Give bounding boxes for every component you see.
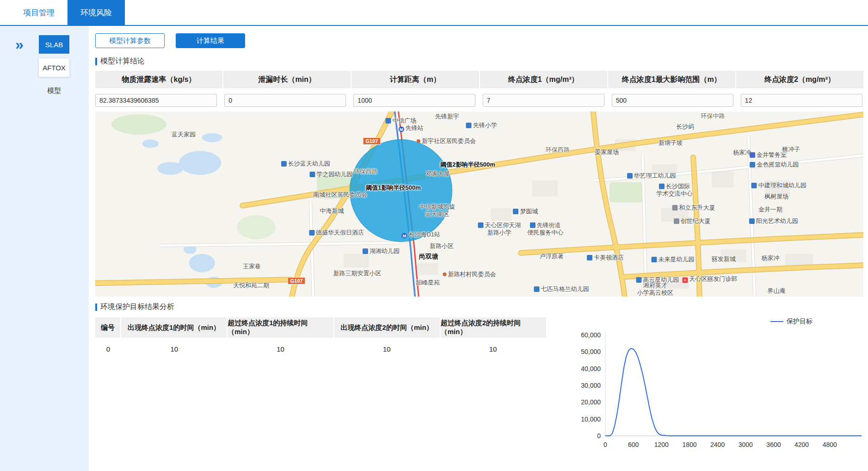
legend-line-icon: [770, 321, 783, 322]
conclusion-cell: [741, 94, 863, 107]
conclusion-table-header: 物质泄露速率（kg/s）泄漏时长（min）计算距离（m）终点浓度1（mg/m³）…: [95, 71, 863, 88]
analysis-section-title-text: 环境保护目标结果分析: [100, 302, 174, 312]
impact-radius-label: 阈值1影响半径500m: [366, 184, 420, 192]
x-tick-label: 3000: [739, 441, 753, 448]
x-tick-label: 1800: [682, 441, 696, 448]
conclusion-column-header: 泄漏时长（min）: [223, 71, 351, 88]
conclusion-input[interactable]: [741, 94, 862, 107]
x-tick-label: 2400: [710, 441, 725, 448]
analysis-table-header: 编号出现终点浓度1的时间（min）超过终点浓度1的持续时间（min）出现终点浓度…: [95, 317, 546, 338]
app-window: 项目管理环境风险 » SLABAFTOX模型 模型计算参数 计算结果 模型计算结…: [0, 0, 868, 471]
conclusion-input[interactable]: [95, 94, 217, 107]
analysis-table-row: 010101010: [95, 338, 546, 353]
conclusion-input[interactable]: [612, 94, 733, 107]
collapse-sidebar-button[interactable]: »: [0, 35, 39, 471]
y-tick-label: 0: [597, 432, 601, 440]
analysis-table: 编号出现终点浓度1的时间（min）超过终点浓度1的持续时间（min）出现终点浓度…: [95, 317, 546, 453]
y-tick-label: 30,000: [581, 382, 601, 389]
analysis-cell: 0: [95, 345, 121, 353]
map[interactable]: 蓝天家园中信广场M先锋站先锋新宇先锋小学新宇社区居民委员会环保西路长沙蓝天幼儿园…: [95, 112, 863, 297]
conclusion-section-title: 模型计算结论: [95, 56, 863, 66]
legend-label: 保护目标: [787, 317, 813, 326]
bottom-section: 编号出现终点浓度1的时间（min）超过终点浓度1的持续时间（min）出现终点浓度…: [95, 317, 863, 453]
sidebar-item-aftox[interactable]: AFTOX: [39, 58, 69, 77]
y-tick-label: 50,000: [581, 348, 601, 355]
sidebar-item-model[interactable]: 模型: [39, 81, 69, 100]
map-base-layer: [95, 112, 863, 297]
analysis-column-header: 出现终点浓度2的时间（min）: [334, 317, 441, 338]
conclusion-values-row: [95, 94, 863, 107]
x-tick-label: 4800: [823, 441, 837, 448]
road-badge: G107: [288, 277, 306, 285]
chart-panel: 保护目标 010,00020,00030,00040,00050,00060,0…: [546, 317, 863, 453]
road-badge: G107: [363, 137, 381, 145]
analysis-column-header: 超过终点浓度2的持续时间（min）: [441, 317, 546, 338]
analysis-column-header: 超过终点浓度1的持续时间（min）: [228, 317, 334, 338]
chart-svg: 010,00020,00030,00040,00050,00060,000060…: [559, 328, 863, 453]
conclusion-column-header: 终点浓度2（mg/m³）: [736, 71, 863, 88]
x-tick-label: 600: [628, 441, 639, 448]
conclusion-input[interactable]: [224, 94, 346, 107]
sidebar-nav: SLABAFTOX模型: [39, 35, 69, 471]
analysis-column-header: 编号: [95, 317, 121, 338]
calc-result-button[interactable]: 计算结果: [176, 33, 245, 48]
analysis-cell: 10: [440, 345, 546, 353]
chart-legend: 保护目标: [559, 317, 813, 326]
x-tick-label: 1200: [654, 441, 669, 448]
y-tick-label: 60,000: [581, 331, 601, 339]
y-tick-label: 40,000: [581, 365, 601, 372]
conclusion-cell: [353, 94, 482, 107]
toolbar: 模型计算参数 计算结果: [95, 33, 863, 48]
conclusion-column-header: 计算距离（m）: [351, 71, 480, 88]
section-marker: [95, 58, 97, 65]
sidebar: » SLABAFTOX模型: [0, 26, 89, 471]
conclusion-column-header: 终点浓度1最大影响范围（m）: [608, 71, 736, 88]
conclusion-cell: [224, 94, 353, 107]
main-content: 模型计算参数 计算结果 模型计算结论 物质泄露速率（kg/s）泄漏时长（min）…: [89, 26, 868, 471]
series-line: [605, 348, 862, 436]
analysis-cell: 10: [121, 345, 228, 353]
section-marker: [95, 304, 97, 311]
conclusion-cell: [483, 94, 612, 107]
conclusion-cell: [95, 94, 224, 107]
conclusion-input[interactable]: [353, 94, 475, 107]
conclusion-column-header: 物质泄露速率（kg/s）: [95, 71, 223, 88]
analysis-cell: 10: [334, 345, 440, 353]
y-tick-label: 10,000: [581, 415, 601, 423]
model-params-button[interactable]: 模型计算参数: [95, 33, 165, 48]
x-tick-label: 3600: [766, 441, 781, 448]
tab-environment-risk[interactable]: 环境风险: [68, 0, 125, 25]
conclusion-input[interactable]: [483, 94, 604, 107]
conclusion-column-header: 终点浓度1（mg/m³）: [480, 71, 608, 88]
analysis-section-title: 环境保护目标结果分析: [95, 302, 863, 312]
tab-bar: 项目管理环境风险: [0, 0, 868, 26]
analysis-cell: 10: [228, 345, 334, 353]
analysis-column-header: 出现终点浓度1的时间（min）: [121, 317, 228, 338]
conclusion-section-title-text: 模型计算结论: [100, 56, 145, 66]
impact-radius-label: 阈值2影响半径500m: [440, 161, 495, 169]
tab-project-management[interactable]: 项目管理: [10, 0, 68, 25]
y-tick-label: 20,000: [581, 398, 601, 406]
x-tick-label: 4200: [794, 441, 809, 448]
sidebar-item-slab[interactable]: SLAB: [39, 35, 69, 54]
x-tick-label: 0: [603, 441, 607, 448]
conclusion-cell: [612, 94, 741, 107]
